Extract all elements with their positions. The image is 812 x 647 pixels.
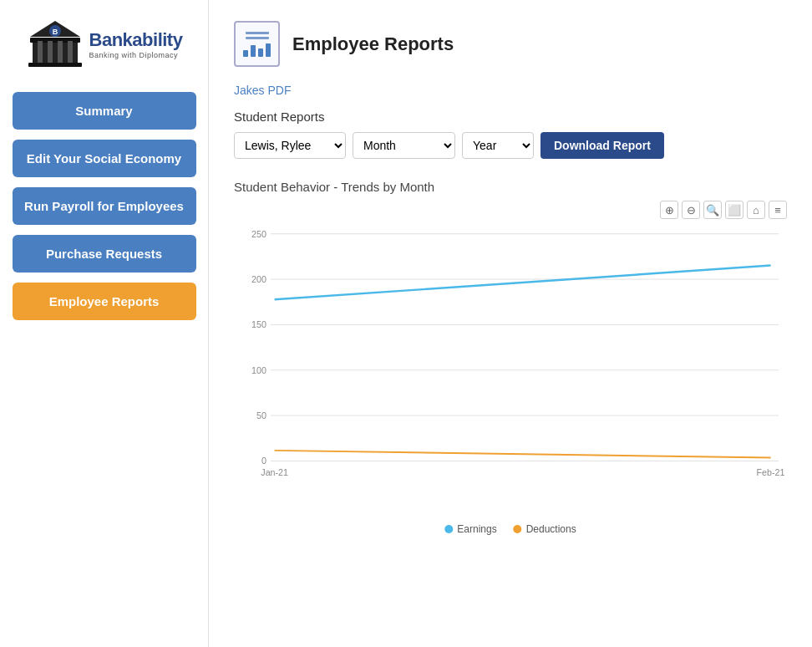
deductions-label: Deductions — [526, 523, 576, 535]
chart-svg: 250 200 150 100 50 0 — [234, 226, 787, 502]
svg-text:0: 0 — [261, 456, 266, 466]
svg-text:B: B — [52, 28, 58, 36]
menu-icon[interactable]: ≡ — [769, 201, 787, 219]
chart-container: ⊕ ⊖ 🔍 ⬜ ⌂ ≡ 250 200 150 — [234, 201, 787, 535]
section-label: Student Reports — [234, 110, 787, 124]
legend-deductions: Deductions — [514, 523, 576, 535]
doc-line-1 — [246, 32, 269, 34]
doc-lines-icon — [246, 32, 269, 39]
svg-rect-7 — [28, 63, 82, 67]
svg-text:200: 200 — [251, 274, 266, 284]
zoom-out-icon[interactable]: ⊖ — [682, 201, 700, 219]
sidebar-item-purchase-requests[interactable]: Purchase Requests — [13, 235, 196, 273]
sidebar-item-summary[interactable]: Summary — [13, 92, 196, 130]
bar-4 — [266, 43, 271, 57]
logo-box: B Bankability Banking with Diplomacy — [26, 17, 183, 71]
sidebar-item-employee-reports[interactable]: Employee Reports — [13, 283, 196, 320]
svg-rect-4 — [48, 41, 53, 63]
chart-area: 250 200 150 100 50 0 — [234, 226, 787, 502]
zoom-icon[interactable]: 🔍 — [703, 201, 722, 219]
app-name: Bankability — [89, 29, 183, 50]
svg-rect-6 — [68, 41, 73, 63]
page-header: Employee Reports — [234, 21, 787, 67]
filter-row: Lewis, Rylee Smith, John Jones, Amy Mont… — [234, 132, 787, 159]
chart-legend: Earnings Deductions — [444, 523, 576, 535]
home-icon[interactable]: ⌂ — [747, 201, 765, 219]
svg-text:150: 150 — [251, 319, 266, 329]
earnings-label: Earnings — [457, 523, 496, 535]
month-select[interactable]: Month January February March April May J… — [353, 132, 455, 159]
svg-text:50: 50 — [256, 410, 266, 420]
svg-rect-5 — [58, 41, 63, 63]
bar-3 — [258, 48, 263, 57]
page-icon — [234, 21, 280, 67]
jakes-pdf-link[interactable]: Jakes PDF — [234, 84, 787, 97]
student-select[interactable]: Lewis, Rylee Smith, John Jones, Amy — [234, 132, 346, 159]
bar-2 — [251, 45, 256, 57]
sidebar-item-run-payroll[interactable]: Run Payroll for Employees — [13, 187, 196, 225]
svg-line-22 — [275, 266, 771, 300]
earnings-dot — [444, 525, 453, 533]
camera-icon[interactable]: ⬜ — [725, 201, 743, 219]
logo-name: Bankability — [89, 29, 183, 51]
svg-text:Feb-21: Feb-21 — [757, 467, 785, 477]
svg-rect-3 — [38, 41, 43, 63]
svg-text:250: 250 — [251, 229, 266, 239]
deductions-dot — [514, 525, 522, 533]
bar-1 — [243, 50, 248, 57]
logo-text: Bankability Banking with Diplomacy — [89, 29, 183, 59]
download-report-button[interactable]: Download Report — [540, 132, 664, 159]
sidebar-item-edit-social[interactable]: Edit Your Social Economy — [13, 140, 196, 177]
svg-text:100: 100 — [251, 365, 266, 375]
main-content: Employee Reports Jakes PDF Student Repor… — [209, 0, 812, 647]
logo-area: B Bankability Banking with Diplomacy — [26, 17, 183, 71]
chart-toolbar: ⊕ ⊖ 🔍 ⬜ ⌂ ≡ — [660, 201, 787, 219]
zoom-in-icon[interactable]: ⊕ — [660, 201, 678, 219]
sidebar: B Bankability Banking with Diplomacy Sum… — [0, 0, 209, 647]
legend-earnings: Earnings — [444, 523, 496, 535]
logo-icon: B — [26, 17, 84, 71]
chart-title: Student Behavior - Trends by Month — [234, 180, 787, 194]
chart-bars-icon — [243, 43, 271, 57]
svg-text:Jan-21: Jan-21 — [261, 467, 288, 477]
doc-line-2 — [246, 37, 269, 39]
year-select[interactable]: Year 2021 2022 2023 — [462, 132, 534, 159]
logo-tagline: Banking with Diplomacy — [89, 51, 179, 59]
page-title: Employee Reports — [292, 33, 454, 55]
svg-line-23 — [275, 451, 771, 458]
